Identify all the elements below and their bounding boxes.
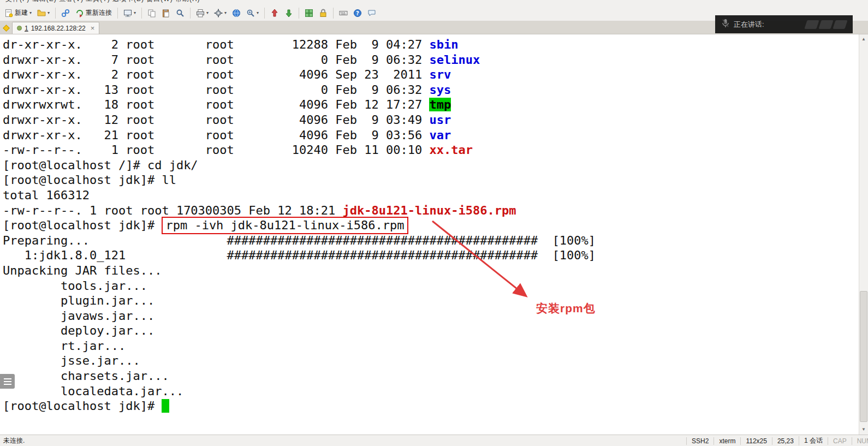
scroll-down-arrow[interactable]: ▼ xyxy=(859,425,868,434)
session-manager-button[interactable] xyxy=(0,22,12,34)
globe-icon xyxy=(232,9,241,17)
chevron-down-icon: ▾ xyxy=(206,10,209,15)
terminal-line: drwxr-xr-x. 21 root root 4096 Feb 9 03:5… xyxy=(3,128,858,143)
terminal-line: charsets.jar... xyxy=(3,368,858,384)
caps-lock-indicator: CAP xyxy=(828,437,852,445)
terminal-line: plugin.jar... xyxy=(3,293,858,308)
gear-icon xyxy=(214,9,223,17)
download-icon xyxy=(284,9,293,17)
session-manager-icon xyxy=(3,25,10,32)
keyboard-icon xyxy=(339,9,348,17)
terminal-line: drwxr-xr-x. 12 root root 4096 Feb 9 03:4… xyxy=(3,112,858,128)
terminal-line: rt.jar... xyxy=(3,338,858,354)
compose-bar-button[interactable] xyxy=(337,7,350,19)
tile-windows-icon xyxy=(305,9,313,17)
session-tab[interactable]: 1 192.168.22.128:22 × xyxy=(12,22,99,34)
copy-icon xyxy=(147,9,156,17)
paste-icon xyxy=(162,9,170,17)
terminal-line: -rw-r--r--. 1 root root 170300305 Feb 12… xyxy=(3,203,858,218)
chevron-down-icon: ▾ xyxy=(29,10,32,15)
find-button[interactable] xyxy=(174,7,187,19)
terminal-line: total 166312 xyxy=(3,188,858,203)
scrollbar-thumb[interactable] xyxy=(860,291,867,422)
tab-number: 1 xyxy=(25,25,28,32)
terminal-line: Unpacking JAR files... xyxy=(3,263,858,278)
status-bar: 未连接. SSH2 xterm 112x25 25,23 1 会话 CAP NU… xyxy=(0,435,868,446)
tab-close-icon[interactable]: × xyxy=(91,24,95,32)
tab-host-label: 192.168.22.128:22 xyxy=(31,25,86,32)
terminal-line: dr-xr-xr-x. 2 root root 12288 Feb 9 04:2… xyxy=(3,37,858,52)
toolbar-separator xyxy=(264,8,265,19)
terminal-menu-button[interactable]: ▾ xyxy=(121,7,138,19)
lock-icon xyxy=(319,9,328,17)
svg-text:?: ? xyxy=(356,10,359,16)
num-lock-indicator: NUM xyxy=(852,437,868,445)
reconnect-button[interactable]: 重新连接 xyxy=(73,7,114,19)
chat-button[interactable] xyxy=(365,7,378,19)
terminal-line: deploy.jar... xyxy=(3,323,858,338)
session-status-icon xyxy=(17,26,22,31)
new-session-button[interactable]: 新建 ▾ xyxy=(2,7,34,19)
terminal[interactable]: dr-xr-xr-x. 2 root root 12288 Feb 9 04:2… xyxy=(0,34,868,435)
paste-button[interactable] xyxy=(159,7,173,19)
terminal-line: [root@localhost jdk]# xyxy=(3,399,858,414)
connect-chain-icon xyxy=(61,9,70,17)
lock-screen-button[interactable] xyxy=(317,7,330,19)
terminal-line: Preparing... ###########################… xyxy=(3,233,858,248)
terminal-line: jsse.jar... xyxy=(3,353,858,368)
hamburger-icon xyxy=(4,378,11,379)
scroll-up-arrow[interactable]: ▲ xyxy=(859,35,868,44)
terminal-line: drwxrwxrwt. 18 root root 4096 Feb 12 17:… xyxy=(3,97,858,112)
print-button[interactable]: ▾ xyxy=(194,7,211,19)
annotation-label: 安装rpm包 xyxy=(536,301,596,316)
printer-icon xyxy=(196,9,205,17)
terminal-type-indicator: xterm xyxy=(714,437,740,445)
upload-icon xyxy=(270,9,279,17)
terminal-line: drwxr-xr-x. 7 root root 0 Feb 9 06:32 se… xyxy=(3,52,858,68)
terminal-line: [root@localhost /]# cd jdk/ xyxy=(3,158,858,173)
copy-button[interactable] xyxy=(145,7,158,19)
help-button[interactable]: ? xyxy=(351,7,364,19)
toolbar-separator xyxy=(333,8,334,19)
cursor-position-indicator: 25,23 xyxy=(772,437,799,445)
open-session-button[interactable]: ▾ xyxy=(35,7,52,19)
terminal-size-indicator: 112x25 xyxy=(740,437,771,445)
terminal-icon xyxy=(123,9,132,17)
zoom-button[interactable]: ▾ xyxy=(244,7,261,19)
terminal-line: drwxr-xr-x. 13 root root 0 Feb 9 06:32 s… xyxy=(3,82,858,98)
terminal-line: [root@localhost jdk]# rpm -ivh jdk-8u121… xyxy=(3,218,858,233)
toolbar-separator xyxy=(117,8,118,19)
tile-windows-button[interactable] xyxy=(302,7,316,19)
toolbar-separator xyxy=(141,8,142,19)
properties-button[interactable]: ▾ xyxy=(212,7,229,19)
terminal-line: [root@localhost jdk]# ll xyxy=(3,173,858,188)
toolbar-separator xyxy=(299,8,299,19)
web-button[interactable] xyxy=(230,7,243,19)
terminal-lines: dr-xr-xr-x. 2 root root 12288 Feb 9 04:2… xyxy=(3,37,858,414)
terminal-line: tools.jar... xyxy=(3,278,858,294)
terminal-line: localedata.jar... xyxy=(3,384,858,399)
menu-bar-items[interactable]: 文件(F) 编辑(E) 查看(V) 工具(T) 选项卡(B) 窗口(W) 帮助(… xyxy=(0,0,868,4)
protocol-indicator: SSH2 xyxy=(686,437,714,445)
voice-activity-graphic xyxy=(806,20,846,29)
upload-button[interactable] xyxy=(268,7,281,19)
connect-button[interactable] xyxy=(59,7,72,19)
reconnect-label: 重新连接 xyxy=(86,8,112,17)
xshell-window: 文件(F) 编辑(E) 查看(V) 工具(T) 选项卡(B) 窗口(W) 帮助(… xyxy=(0,0,868,446)
session-count-indicator: 1 会话 xyxy=(799,436,828,445)
zoom-icon xyxy=(246,9,255,17)
terminal-line: javaws.jar... xyxy=(3,308,858,324)
terminal-scrollbar[interactable]: ▲ ▼ xyxy=(859,34,868,435)
menu-bar: 文件(F) 编辑(E) 查看(V) 工具(T) 选项卡(B) 窗口(W) 帮助(… xyxy=(0,0,868,5)
side-panel-toggle[interactable] xyxy=(0,374,15,389)
download-button[interactable] xyxy=(282,7,295,19)
chevron-down-icon: ▾ xyxy=(47,10,50,15)
new-session-icon xyxy=(4,9,13,17)
chevron-down-icon: ▾ xyxy=(134,10,136,15)
terminal-line: -rw-r--r--. 1 root root 10240 Feb 11 00:… xyxy=(3,142,858,158)
toolbar-separator xyxy=(190,8,191,19)
open-folder-icon xyxy=(37,9,46,17)
speaking-label: 正在讲话: xyxy=(734,20,764,29)
connection-status: 未连接. xyxy=(0,436,686,445)
new-session-label: 新建 xyxy=(15,8,28,17)
